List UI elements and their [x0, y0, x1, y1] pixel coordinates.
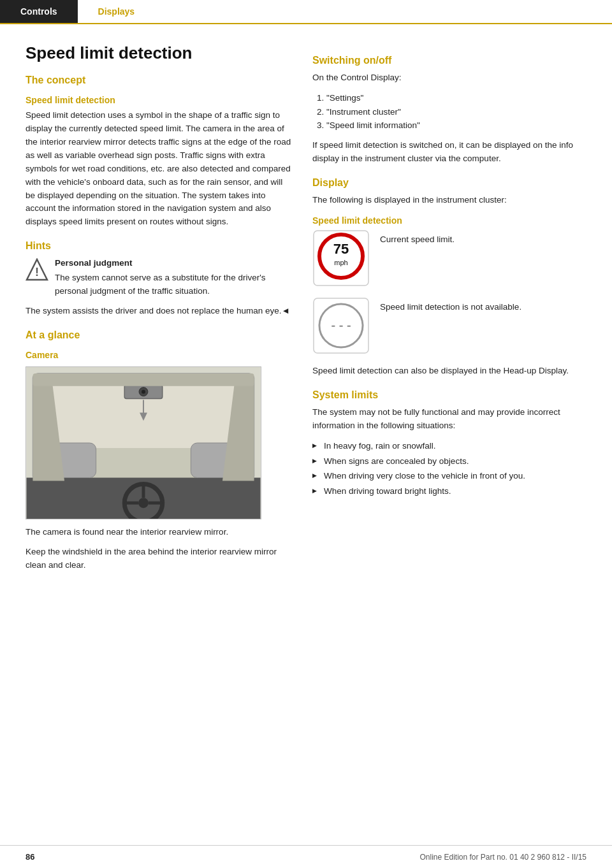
switching-step-3: "Speed limit information" — [326, 119, 586, 133]
switching-step-2: "Instrument cluster" — [326, 105, 586, 119]
concept-heading: The concept — [26, 75, 293, 86]
warning-icon: ! — [26, 258, 48, 281]
speed-limit-detection-sub: Speed limit detection — [312, 215, 586, 226]
speed-limit-subheading: Speed limit detection — [26, 95, 293, 105]
edition-text: Online Edition for Part no. 01 40 2 960 … — [419, 853, 586, 862]
top-navigation: Controls Displays — [0, 0, 612, 24]
page-number: 86 — [26, 852, 34, 862]
hints-heading: Hints — [26, 240, 293, 252]
system-limit-3: When driving very close to the vehicle i… — [312, 469, 586, 483]
windshield-text: Keep the windshield in the area behind t… — [26, 546, 293, 572]
camera-subheading: Camera — [26, 350, 293, 360]
hints-bold: Personal judgment — [55, 257, 293, 270]
svg-text:mph: mph — [334, 259, 347, 266]
tab-displays[interactable]: Displays — [78, 0, 156, 23]
switching-body: On the Control Display: — [312, 71, 586, 85]
footer: 86 Online Edition for Part no. 01 40 2 9… — [0, 845, 612, 868]
switching-body2: If speed limit detection is switched on,… — [312, 139, 586, 166]
left-column: Speed limit detection The concept Speed … — [26, 43, 293, 579]
system-limits-list: In heavy fog, rain or snowfall. When sig… — [312, 439, 586, 498]
camera-image — [26, 366, 261, 519]
hints-text: Personal judgment The system cannot serv… — [55, 257, 293, 298]
display-body: The following is displayed in the instru… — [312, 194, 586, 207]
hints-body2: The system assists the driver and does n… — [26, 305, 293, 318]
switching-heading: Switching on/off — [312, 55, 586, 66]
camera-caption: The camera is found near the interior re… — [26, 526, 293, 539]
speed-sign-75: 75 mph — [312, 229, 370, 287]
sign-75-desc: Current speed limit. — [380, 229, 455, 247]
svg-point-7 — [138, 498, 149, 508]
speed-sign-row-dash: - - - Speed limit detection is not avail… — [312, 297, 586, 354]
system-limits-body: The system may not be fully functional a… — [312, 406, 586, 433]
system-limit-1: In heavy fog, rain or snowfall. — [312, 439, 586, 453]
system-limit-2: When signs are concealed by objects. — [312, 454, 586, 468]
system-limit-4: When driving toward bright lights. — [312, 484, 586, 498]
hints-box: ! Personal judgment The system cannot se… — [26, 257, 293, 298]
svg-text:!: ! — [35, 266, 39, 278]
main-content: Speed limit detection The concept Speed … — [0, 24, 612, 604]
right-column: Switching on/off On the Control Display:… — [312, 43, 586, 579]
system-limits-heading: System limits — [312, 389, 586, 401]
at-a-glance-heading: At a glance — [26, 329, 293, 341]
car-interior-svg — [26, 367, 261, 519]
display-heading: Display — [312, 177, 586, 189]
sign-dash-desc: Speed limit detection is not available. — [380, 297, 521, 314]
svg-text:- - -: - - - — [331, 318, 351, 332]
speed-limit-body: Speed limit detection uses a symbol in t… — [26, 109, 293, 229]
speed-sign-dash: - - - — [312, 297, 370, 354]
tab-controls[interactable]: Controls — [0, 0, 78, 23]
switching-steps-list: "Settings" "Instrument cluster" "Speed l… — [312, 91, 586, 133]
speed-sign-row-75: 75 mph Current speed limit. — [312, 229, 586, 287]
svg-rect-20 — [33, 373, 254, 386]
svg-point-13 — [142, 390, 145, 394]
hints-body1: The system cannot serve as a substitute … — [55, 273, 265, 296]
sign-extra-desc: Speed limit detection can also be displa… — [312, 365, 586, 378]
svg-text:75: 75 — [333, 241, 349, 257]
page-title: Speed limit detection — [26, 43, 293, 63]
switching-step-1: "Settings" — [326, 91, 586, 105]
